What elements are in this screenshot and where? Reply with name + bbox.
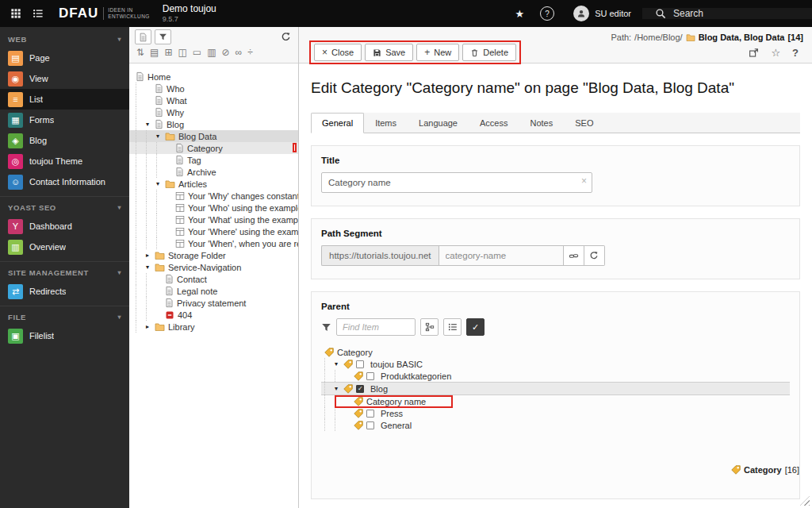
expand-icon[interactable]: ▸	[146, 252, 155, 259]
dfau-logo[interactable]: DFAU IDEEN IN ENTWICKLUNG	[59, 6, 150, 21]
user-menu[interactable]: SU editor	[562, 6, 642, 21]
modules-grid-icon[interactable]	[6, 4, 25, 23]
tab-notes[interactable]: Notes	[519, 113, 564, 133]
parent-node-category-root[interactable]: Category	[321, 346, 790, 358]
pagetree-node-why[interactable]: Why	[129, 106, 298, 118]
sidebar-item-toujou-theme[interactable]: ◎ toujou Theme	[0, 151, 129, 171]
bookmark-star-icon[interactable]: ★	[507, 8, 532, 20]
pagetree-node-home[interactable]: Home	[129, 71, 298, 83]
collapse-icon[interactable]: ▾	[146, 264, 155, 271]
open-new-window-icon[interactable]	[749, 48, 759, 58]
slug-toggle-button[interactable]	[564, 245, 584, 266]
collapse-icon[interactable]: ▾	[335, 361, 343, 368]
pagetree-node-article-where[interactable]: Your 'Where' using the example of	[129, 225, 298, 237]
tab-access[interactable]: Access	[469, 113, 519, 133]
collapse-icon[interactable]: ▾	[146, 121, 155, 128]
find-item-input[interactable]	[336, 318, 416, 336]
sidebar-item-view[interactable]: ◉ View	[0, 68, 129, 89]
new-recycler-icon[interactable]: ⊘	[222, 48, 230, 57]
pagetree-refresh-button[interactable]	[279, 32, 293, 42]
slug-recalculate-button[interactable]	[584, 245, 605, 266]
pagetree-node-who[interactable]: Who	[129, 83, 298, 94]
delete-button[interactable]: Delete	[462, 44, 516, 61]
pagetree-node-archive[interactable]: Archive	[129, 166, 298, 178]
close-button[interactable]: × Close	[314, 44, 362, 61]
sidebar-section-header-web[interactable]: WEB ▾	[0, 29, 129, 48]
save-button[interactable]: Save	[365, 44, 413, 61]
pagetree-node-legal-note[interactable]: Legal note	[129, 285, 298, 297]
sort-pages-icon[interactable]: ⇅	[136, 48, 144, 57]
path-segment-input[interactable]	[439, 245, 564, 266]
parent-node-press[interactable]: Press	[321, 407, 790, 419]
parent-checkbox[interactable]	[356, 360, 364, 368]
show-selected-button[interactable]: ✓	[466, 318, 485, 336]
sidebar-item-forms[interactable]: ▦ Forms	[0, 110, 129, 130]
sidebar-item-dashboard[interactable]: Y Dashboard	[0, 216, 129, 237]
parent-checkbox[interactable]	[366, 410, 374, 418]
sidebar-item-blog[interactable]: ◈ Blog	[0, 130, 129, 151]
collapse-icon[interactable]: ▾	[156, 181, 165, 187]
parent-checkbox[interactable]	[366, 372, 374, 380]
section-label: WEB	[8, 35, 27, 44]
tab-items[interactable]: Items	[364, 113, 408, 133]
bookmark-star-icon[interactable]: ☆	[771, 47, 780, 59]
new-folder-icon[interactable]: ▥	[207, 48, 216, 57]
pagetree-node-article-who[interactable]: Your 'Who' using the example of yo	[129, 202, 298, 214]
pagetree-node-what[interactable]: What	[129, 94, 298, 106]
new-shortcut-page-icon[interactable]: ◫	[178, 48, 186, 57]
tab-general[interactable]: General	[311, 113, 364, 133]
help-icon[interactable]: ?	[792, 47, 799, 59]
sidebar-section-header-site-management[interactable]: SITE MANAGEMENT ▾	[0, 261, 129, 281]
parent-node-category-name[interactable]: Category name	[321, 395, 790, 407]
expand-icon[interactable]: ▸	[146, 324, 155, 330]
pagetree-node-storage-folder[interactable]: ▸ Storage Folder	[129, 249, 298, 261]
new-button[interactable]: + New	[416, 44, 459, 61]
tree-list-button[interactable]	[443, 318, 462, 336]
pagetree-node-article-what[interactable]: Your 'What' using the example of a	[129, 214, 298, 225]
new-link-page-icon[interactable]: ∞	[236, 48, 243, 57]
sidebar-section-header-yoast[interactable]: YOAST SEO ▾	[0, 196, 129, 216]
pagetree-node-404[interactable]: 404	[129, 309, 298, 321]
collapse-icon[interactable]: ▾	[335, 386, 343, 392]
tab-seo[interactable]: SEO	[564, 113, 604, 133]
pagetree-node-service-navigation[interactable]: ▾ Service-Navigation	[129, 261, 298, 273]
tab-language[interactable]: Language	[408, 113, 469, 133]
sidebar-item-overview[interactable]: ▥ Overview	[0, 237, 129, 257]
pagetree-node-article-when[interactable]: Your 'When', when you are ready	[129, 237, 298, 249]
pagetree-node-blog-data[interactable]: ▾ Blog Data	[129, 130, 298, 142]
global-search[interactable]: Search	[642, 8, 812, 19]
collapse-icon[interactable]: ▾	[156, 133, 165, 140]
site-info[interactable]: Demo toujou 9.5.7	[163, 4, 216, 23]
tree-expand-button[interactable]	[420, 318, 439, 336]
pagetree-node-library[interactable]: ▸ Library	[129, 321, 298, 333]
parent-node-toujou-basic[interactable]: ▾ toujou BASIC	[321, 358, 790, 370]
new-divider-icon[interactable]: ÷	[247, 48, 253, 57]
pagetree-node-privacy-statement[interactable]: Privacy statement	[129, 297, 298, 309]
sidebar-item-list[interactable]: ≡ List	[0, 89, 129, 110]
parent-node-general[interactable]: General	[321, 419, 790, 431]
new-content-page-icon[interactable]: ⊞	[164, 48, 172, 57]
pagetree-node-blog[interactable]: ▾ Blog	[129, 118, 298, 130]
pagetree-toggle-icon[interactable]	[29, 4, 48, 23]
sidebar-section-header-file[interactable]: FILE ▾	[0, 306, 129, 325]
sidebar-item-contact-information[interactable]: ☺ Contact Information	[0, 171, 129, 192]
new-spacer-page-icon[interactable]: ▭	[193, 48, 201, 57]
pagetree-node-tag[interactable]: Tag	[129, 154, 298, 166]
parent-checkbox[interactable]	[366, 421, 374, 429]
pagetree-node-contact[interactable]: Contact	[129, 273, 298, 285]
sidebar-item-filelist[interactable]: ▣ Filelist	[0, 325, 129, 346]
parent-node-blog[interactable]: ▾ Blog	[321, 382, 790, 395]
sidebar-item-redirects[interactable]: ⇄ Redirects	[0, 281, 129, 302]
pagetree-node-articles[interactable]: ▾ Articles	[129, 178, 298, 190]
clear-input-icon[interactable]: ×	[581, 176, 587, 186]
pagetree-filter-button[interactable]	[155, 29, 171, 44]
sidebar-item-page[interactable]: ▤ Page	[0, 48, 129, 68]
title-input[interactable]	[321, 172, 592, 193]
pagetree-node-article-why[interactable]: Your 'Why' changes constantly	[129, 190, 298, 202]
parent-checkbox-checked[interactable]	[356, 385, 364, 393]
parent-node-produktkategorien[interactable]: Produktkategorien	[321, 370, 790, 382]
help-icon[interactable]: ?	[540, 6, 554, 21]
new-standard-page-icon[interactable]: ▤	[150, 48, 159, 57]
pagetree-node-category[interactable]: Category	[129, 142, 298, 154]
pagetree-new-page-button[interactable]	[135, 29, 151, 44]
